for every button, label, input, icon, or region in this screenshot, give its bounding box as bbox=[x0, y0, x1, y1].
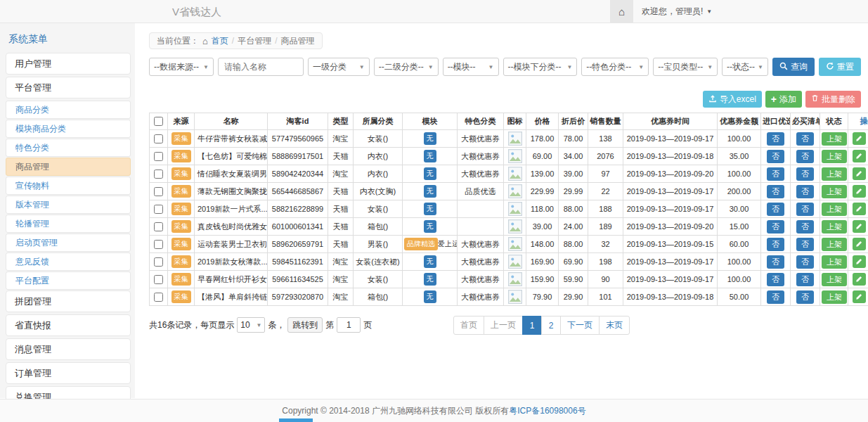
import-select-toggle[interactable]: 否 bbox=[767, 220, 784, 234]
page-button[interactable]: 首页 bbox=[453, 316, 484, 335]
filter-select[interactable]: 一级分类▼ bbox=[308, 58, 370, 76]
row-checkbox[interactable] bbox=[154, 152, 163, 161]
sidebar-item[interactable]: 意见反馈 bbox=[6, 252, 131, 271]
sidebar-item[interactable]: 消息管理 bbox=[6, 338, 131, 360]
status-button[interactable]: 上架 bbox=[822, 255, 847, 269]
module-cell: 无 bbox=[403, 130, 458, 148]
row-checkbox[interactable] bbox=[154, 222, 163, 231]
filter-select[interactable]: --模块下分类--▼ bbox=[503, 58, 578, 76]
batch-delete-button[interactable]: 批量删除 bbox=[805, 91, 861, 108]
import-select-toggle[interactable]: 否 bbox=[767, 238, 784, 251]
must-buy-toggle[interactable]: 否 bbox=[796, 185, 814, 198]
row-checkbox[interactable] bbox=[154, 240, 163, 249]
edit-button[interactable] bbox=[853, 273, 866, 286]
module-badge: 无 bbox=[424, 255, 436, 268]
sidebar-item[interactable]: 省直快报 bbox=[6, 314, 131, 336]
page-button[interactable]: 下一页 bbox=[560, 316, 600, 335]
sidebar-item[interactable]: 平台配置 bbox=[6, 271, 131, 290]
edit-button[interactable] bbox=[853, 220, 866, 233]
search-button[interactable]: 查询 bbox=[772, 58, 815, 76]
must-buy-toggle[interactable]: 否 bbox=[796, 273, 814, 286]
import-excel-button[interactable]: 导入excel bbox=[703, 91, 762, 108]
row-checkbox[interactable] bbox=[154, 170, 163, 179]
page-jump-input[interactable] bbox=[337, 317, 361, 333]
user-menu[interactable]: 欢迎您，管理员! ▼ bbox=[633, 0, 720, 23]
page-button[interactable]: 上一页 bbox=[484, 316, 523, 335]
import-select-toggle[interactable]: 否 bbox=[767, 273, 784, 286]
page-button[interactable]: 1 bbox=[522, 316, 542, 335]
filter-select[interactable]: --状态--▼ bbox=[722, 58, 768, 76]
must-buy-toggle[interactable]: 否 bbox=[796, 203, 814, 216]
import-select-toggle[interactable]: 否 bbox=[767, 203, 784, 216]
row-checkbox[interactable] bbox=[154, 257, 163, 267]
name-search-input[interactable] bbox=[218, 58, 304, 76]
filter-select[interactable]: --数据来源--▼ bbox=[149, 58, 214, 76]
must-buy-toggle[interactable]: 否 bbox=[796, 255, 814, 269]
edit-button[interactable] bbox=[853, 203, 866, 215]
edit-button[interactable] bbox=[853, 238, 866, 250]
edit-button[interactable] bbox=[853, 150, 866, 162]
row-checkbox[interactable] bbox=[154, 293, 163, 302]
home-button[interactable]: ⌂ bbox=[610, 0, 633, 23]
sidebar-item[interactable]: 启动页管理 bbox=[6, 234, 131, 252]
must-buy-toggle[interactable]: 否 bbox=[796, 290, 814, 304]
import-select-toggle[interactable]: 否 bbox=[767, 185, 784, 198]
import-select-toggle[interactable]: 否 bbox=[767, 132, 784, 146]
filter-select[interactable]: --特色分类--▼ bbox=[581, 58, 649, 76]
breadcrumb-home-link[interactable]: 首页 bbox=[212, 35, 228, 47]
reset-button[interactable]: 重置 bbox=[819, 58, 861, 76]
per-page-select[interactable]: 10 ▼ bbox=[237, 317, 265, 333]
sidebar-item[interactable]: 宣传物料 bbox=[6, 177, 131, 195]
pagination: 首页上一页12下一页末页 bbox=[453, 316, 630, 335]
sidebar-item[interactable]: 订单管理 bbox=[6, 362, 131, 384]
filter-select[interactable]: --二级分类--▼ bbox=[374, 58, 439, 76]
status-button[interactable]: 上架 bbox=[822, 167, 847, 181]
status-button[interactable]: 上架 bbox=[822, 185, 847, 198]
column-header: 来源 bbox=[168, 113, 195, 130]
row-checkbox[interactable] bbox=[154, 187, 163, 196]
status-button[interactable]: 上架 bbox=[822, 220, 847, 234]
sidebar-item[interactable]: 模块商品分类 bbox=[6, 120, 131, 138]
add-button[interactable]: + 添加 bbox=[765, 91, 802, 108]
sidebar-item[interactable]: 拼团管理 bbox=[6, 290, 131, 312]
must-buy-toggle[interactable]: 否 bbox=[796, 132, 814, 146]
must-buy-toggle[interactable]: 否 bbox=[796, 167, 814, 181]
status-button[interactable]: 上架 bbox=[822, 290, 847, 304]
import-select-toggle[interactable]: 否 bbox=[767, 167, 784, 181]
sidebar-item[interactable]: 商品分类 bbox=[6, 101, 131, 119]
jump-button[interactable]: 跳转到 bbox=[287, 317, 323, 333]
page-button[interactable]: 末页 bbox=[599, 316, 630, 335]
edit-button[interactable] bbox=[853, 132, 866, 145]
sidebar-item[interactable]: 版本管理 bbox=[6, 196, 131, 214]
page-button[interactable]: 2 bbox=[541, 316, 561, 335]
sidebar-item[interactable]: 用户管理 bbox=[6, 53, 131, 75]
must-buy-toggle[interactable]: 否 bbox=[796, 220, 814, 234]
row-checkbox[interactable] bbox=[154, 275, 163, 284]
sidebar-item[interactable]: 轮播管理 bbox=[6, 215, 131, 233]
sidebar-item[interactable]: 平台管理 bbox=[6, 77, 131, 98]
sidebar-item[interactable]: 特色分类 bbox=[6, 139, 131, 157]
sidebar-item[interactable]: 商品管理 bbox=[6, 158, 131, 176]
status-button[interactable]: 上架 bbox=[822, 273, 847, 286]
product-image bbox=[508, 167, 522, 181]
status-button[interactable]: 上架 bbox=[822, 132, 847, 146]
import-select-toggle[interactable]: 否 bbox=[767, 150, 784, 163]
must-buy-toggle[interactable]: 否 bbox=[796, 150, 814, 163]
edit-button[interactable] bbox=[853, 290, 866, 303]
import-select-toggle[interactable]: 否 bbox=[767, 290, 784, 304]
edit-button[interactable] bbox=[853, 167, 866, 180]
import-select-toggle[interactable]: 否 bbox=[767, 255, 784, 269]
edit-button[interactable] bbox=[853, 185, 866, 198]
row-checkbox[interactable] bbox=[154, 134, 163, 143]
status-button[interactable]: 上架 bbox=[822, 150, 847, 163]
row-checkbox[interactable] bbox=[154, 205, 163, 214]
must-buy-toggle[interactable]: 否 bbox=[796, 238, 814, 251]
scrollbar-thumb[interactable] bbox=[279, 418, 313, 422]
icp-link[interactable]: 粤ICP备16098006号 bbox=[509, 405, 585, 417]
edit-button[interactable] bbox=[853, 255, 866, 268]
filter-select[interactable]: --模块--▼ bbox=[443, 58, 499, 76]
status-button[interactable]: 上架 bbox=[822, 238, 847, 251]
filter-select[interactable]: --宝贝类型--▼ bbox=[653, 58, 718, 76]
status-button[interactable]: 上架 bbox=[822, 203, 847, 216]
select-all-checkbox[interactable] bbox=[154, 117, 163, 126]
